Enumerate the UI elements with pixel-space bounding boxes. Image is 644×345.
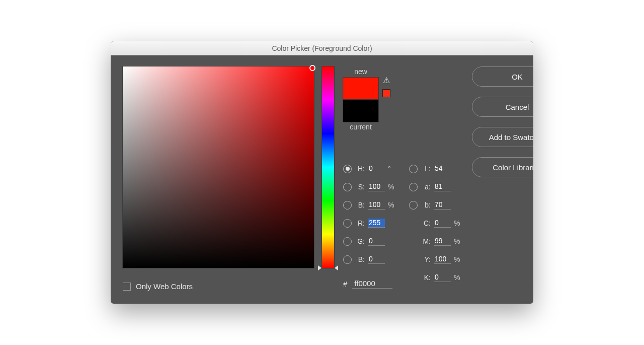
input-hex[interactable]: ff0000 bbox=[352, 279, 392, 289]
radio-s[interactable] bbox=[343, 183, 352, 191]
color-libraries-button[interactable]: Color Libraries bbox=[472, 157, 533, 177]
dialog-body: Only Web Colors new current ⚠ bbox=[111, 55, 533, 304]
color-cursor-icon[interactable] bbox=[309, 65, 315, 71]
label-b-hsb: B: bbox=[355, 201, 365, 209]
titlebar: Color Picker (Foreground Color) bbox=[111, 41, 533, 55]
only-web-colors-row: Only Web Colors bbox=[123, 282, 334, 291]
label-b-rgb: B: bbox=[355, 255, 365, 263]
radio-b-rgb[interactable] bbox=[343, 255, 352, 264]
middle-column: new current ⚠ H: 0 bbox=[343, 66, 461, 291]
current-label: current bbox=[350, 123, 372, 131]
hue-slider[interactable] bbox=[322, 66, 334, 268]
radio-b-hsb[interactable] bbox=[343, 201, 352, 210]
row-c: C: 0 % bbox=[409, 219, 461, 228]
label-a: a: bbox=[421, 183, 431, 191]
preview-block: new current bbox=[343, 66, 378, 133]
saturation-brightness-field[interactable] bbox=[123, 66, 314, 268]
input-c[interactable]: 0 bbox=[434, 219, 451, 228]
row-h: H: 0 ° bbox=[343, 164, 395, 173]
add-to-swatches-button[interactable]: Add to Swatches bbox=[472, 127, 533, 147]
hue-slider-wrap bbox=[322, 66, 334, 268]
label-c: C: bbox=[421, 219, 431, 227]
row-r: R: 255 bbox=[343, 219, 395, 228]
unit-y: % bbox=[454, 255, 461, 263]
input-s[interactable]: 100 bbox=[368, 182, 385, 191]
input-y[interactable]: 100 bbox=[434, 255, 451, 264]
input-h[interactable]: 0 bbox=[368, 164, 385, 173]
unit-h: ° bbox=[388, 165, 395, 173]
row-s: S: 100 % bbox=[343, 182, 395, 191]
color-picker-dialog: Color Picker (Foreground Color) Only Web… bbox=[111, 41, 533, 304]
fields-area: H: 0 ° S: 100 % B: 1 bbox=[343, 164, 461, 289]
radio-a[interactable] bbox=[409, 183, 418, 191]
radio-l[interactable] bbox=[409, 165, 418, 173]
fields-left-col: H: 0 ° S: 100 % B: 1 bbox=[343, 164, 395, 289]
input-k[interactable]: 0 bbox=[434, 273, 451, 282]
label-m: M: bbox=[421, 237, 431, 245]
unit-c: % bbox=[454, 219, 461, 227]
row-hex: # ff0000 bbox=[343, 279, 395, 289]
input-m[interactable]: 99 bbox=[434, 237, 451, 246]
radio-g[interactable] bbox=[343, 237, 352, 246]
radio-lab-b[interactable] bbox=[409, 201, 418, 210]
ok-button[interactable]: OK bbox=[472, 66, 533, 87]
new-label: new bbox=[354, 67, 367, 76]
row-b-rgb: B: 0 bbox=[343, 255, 395, 264]
hue-slider-handle-icon[interactable] bbox=[318, 265, 338, 270]
row-g: G: 0 bbox=[343, 237, 395, 246]
left-column: Only Web Colors bbox=[123, 66, 334, 291]
input-l[interactable]: 54 bbox=[434, 164, 451, 173]
row-y: Y: 100 % bbox=[409, 255, 461, 264]
row-a: a: 81 bbox=[409, 182, 461, 191]
color-field-row bbox=[123, 66, 334, 268]
label-hex: # bbox=[343, 280, 347, 288]
label-lab-b: b: bbox=[421, 201, 431, 209]
cancel-button[interactable]: Cancel bbox=[472, 97, 533, 117]
unit-s: % bbox=[388, 183, 395, 191]
only-web-colors-checkbox[interactable] bbox=[123, 283, 131, 291]
input-b-hsb[interactable]: 100 bbox=[368, 200, 385, 210]
unit-m: % bbox=[454, 237, 461, 245]
row-m: M: 99 % bbox=[409, 237, 461, 246]
button-column: OK Cancel Add to Swatches Color Librarie… bbox=[472, 66, 533, 291]
window-title: Color Picker (Foreground Color) bbox=[272, 44, 372, 52]
label-r: R: bbox=[355, 219, 365, 227]
row-lab-b: b: 70 bbox=[409, 200, 461, 210]
row-b-hsb: B: 100 % bbox=[343, 200, 395, 210]
label-y: Y: bbox=[421, 255, 431, 263]
radio-r[interactable] bbox=[343, 219, 352, 228]
fields-two-col: H: 0 ° S: 100 % B: 1 bbox=[343, 164, 461, 289]
fields-right-col: L: 54 a: 81 b: 70 bbox=[409, 164, 461, 289]
unit-k: % bbox=[454, 273, 461, 282]
input-lab-b[interactable]: 70 bbox=[434, 200, 451, 210]
row-k: K: 0 % bbox=[409, 273, 461, 282]
only-web-colors-label: Only Web Colors bbox=[136, 282, 193, 291]
preview-current-swatch[interactable] bbox=[343, 100, 378, 122]
gamut-nearest-swatch[interactable] bbox=[382, 89, 390, 97]
input-r[interactable]: 255 bbox=[368, 219, 385, 228]
label-g: G: bbox=[355, 237, 365, 245]
label-h: H: bbox=[355, 165, 365, 173]
radio-h[interactable] bbox=[343, 165, 352, 173]
preview-new-swatch bbox=[343, 78, 378, 100]
label-l: L: bbox=[421, 165, 431, 173]
gamut-warning-icon: ⚠ bbox=[383, 76, 390, 85]
gamut-warning-column: ⚠ bbox=[382, 76, 390, 97]
label-s: S: bbox=[355, 183, 365, 191]
preview-stack: new current ⚠ bbox=[343, 66, 390, 133]
input-b-rgb[interactable]: 0 bbox=[368, 255, 385, 264]
input-a[interactable]: 81 bbox=[434, 182, 451, 191]
row-l: L: 54 bbox=[409, 164, 461, 173]
label-k: K: bbox=[421, 273, 431, 282]
bri-gradient bbox=[123, 66, 314, 268]
unit-b-hsb: % bbox=[388, 201, 395, 209]
input-g[interactable]: 0 bbox=[368, 237, 385, 246]
